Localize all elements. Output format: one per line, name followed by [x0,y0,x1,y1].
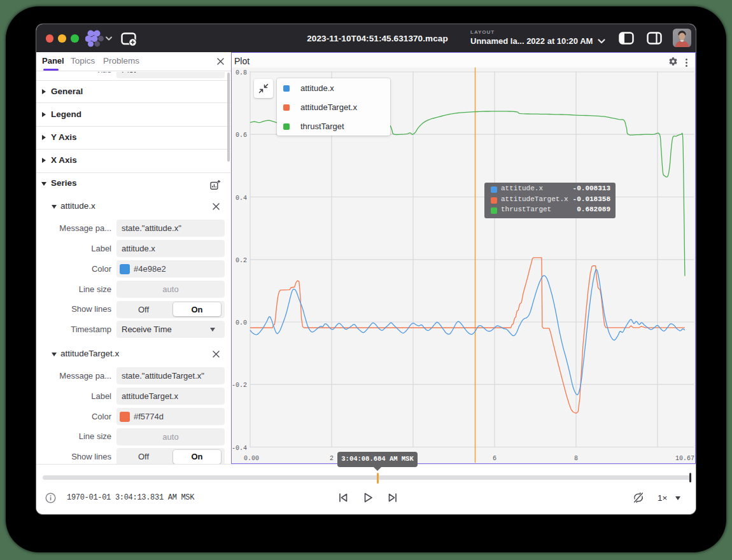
svg-text:-0.2: -0.2 [232,382,247,389]
svg-text:0.8: 0.8 [236,69,247,76]
svg-text:-0.4: -0.4 [232,445,247,452]
svg-text:0.6: 0.6 [236,132,247,139]
svg-text:10.67: 10.67 [675,455,694,462]
svg-text:8: 8 [574,455,578,462]
svg-text:2: 2 [330,455,334,462]
svg-text:0.0: 0.0 [236,319,247,326]
svg-text:0.4: 0.4 [236,195,247,202]
svg-text:0.00: 0.00 [244,455,259,462]
svg-text:6: 6 [493,455,496,462]
svg-text:0.2: 0.2 [236,257,247,264]
